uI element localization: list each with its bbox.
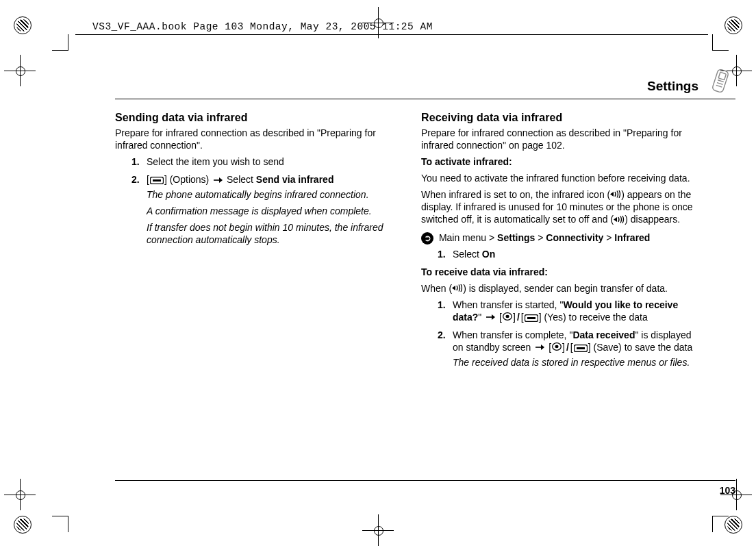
step-text: Select the item you wish to send [147, 156, 284, 167]
registration-cross-icon [4, 479, 36, 510]
softkey-icon [150, 177, 164, 184]
registration-cross-icon [4, 55, 36, 86]
svg-point-15 [505, 315, 509, 318]
svg-marker-9 [610, 192, 614, 197]
section-heading-receiving: Receiving data via infrared [421, 111, 703, 125]
svg-marker-19 [541, 345, 544, 350]
registration-target-icon [14, 16, 32, 34]
step-number: 2. [438, 329, 446, 342]
svg-marker-13 [492, 314, 495, 320]
menu-arrow-icon [421, 232, 433, 245]
svg-line-2 [718, 80, 724, 82]
arrow-right-icon [213, 175, 223, 187]
step-note: The phone automatically begins infrared … [147, 189, 396, 201]
crop-mark-icon [52, 34, 68, 51]
step-number: 1. [438, 299, 446, 312]
infrared-icon [452, 283, 463, 295]
activate-text: When infrared is set to on, the infrared… [421, 189, 703, 226]
svg-line-4 [716, 85, 722, 87]
section-heading-sending: Sending data via infrared [115, 111, 396, 125]
step-text: When transfer is complete, "Data receive… [453, 329, 692, 353]
crop-mark-icon [52, 516, 68, 532]
right-column: Receiving data via infrared Prepare for … [421, 111, 703, 375]
step-item: 2. When transfer is complete, "Data rece… [438, 329, 703, 369]
crop-mark-icon [712, 34, 729, 51]
svg-marker-10 [614, 217, 617, 222]
step-number: 1. [438, 249, 446, 261]
step-item: 1. Select the item you wish to send [131, 156, 396, 168]
softkey-icon [525, 314, 538, 322]
step-note: The received data is stored in respectiv… [453, 357, 703, 369]
step-item: 2. [] (Options) Select Send via infrared… [131, 174, 396, 247]
phone-icon [705, 67, 735, 101]
svg-marker-8 [219, 177, 223, 183]
svg-marker-11 [452, 286, 455, 290]
page-number: 103 [720, 485, 735, 497]
step-note: If transfer does not begin within 10 min… [147, 222, 396, 247]
running-head: Settings [647, 78, 698, 95]
header-rule [115, 99, 735, 99]
menu-path: Main menu > Settings > Connectivity > In… [421, 232, 703, 245]
page-content: Settings Sending data via infrared Prepa… [115, 73, 703, 497]
left-column: Sending data via infrared Prepare for in… [115, 111, 396, 375]
slash-separator: / [565, 342, 570, 354]
svg-rect-23 [577, 347, 585, 349]
subheading-activate: To activate infrared: [421, 156, 703, 168]
svg-rect-1 [718, 72, 726, 79]
slash-separator: / [516, 312, 521, 324]
navkey-icon [552, 342, 562, 354]
svg-rect-6 [153, 179, 161, 182]
slug-line: VS3_VF_AAA.book Page 103 Monday, May 23,… [92, 21, 433, 34]
step-text: When transfer is started, "Would you lik… [453, 299, 678, 323]
step-item: 1. When transfer is started, "Would you … [438, 299, 703, 324]
infrared-icon [610, 189, 621, 201]
navkey-icon [503, 312, 512, 324]
receiving-intro: Prepare for infrared connection as descr… [421, 127, 703, 152]
step-text: Select On [453, 249, 495, 260]
step-item: 1. Select On [438, 249, 703, 261]
step-text: [] (Options) Select Send via infrared [147, 174, 333, 185]
step-number: 2. [131, 174, 140, 186]
registration-cross-icon [362, 514, 394, 546]
manual-page: VS3_VF_AAA.book Page 103 Monday, May 23,… [0, 0, 756, 550]
infrared-icon [614, 214, 625, 227]
svg-rect-17 [527, 317, 536, 319]
receive-text: When () is displayed, sender can begin t… [421, 283, 703, 295]
subheading-receive: To receive data via infrared: [421, 266, 703, 279]
arrow-right-icon [486, 312, 495, 324]
registration-target-icon [14, 516, 32, 534]
step-number: 1. [131, 156, 140, 168]
svg-point-21 [555, 345, 558, 348]
softkey-icon [574, 345, 588, 352]
footer-rule [115, 480, 735, 481]
crop-mark-icon [712, 516, 729, 532]
svg-line-3 [717, 83, 723, 85]
step-note: A confirmation message is displayed when… [147, 205, 396, 218]
activate-text: You need to activate the infrared functi… [421, 173, 703, 185]
arrow-right-icon [535, 342, 544, 354]
sending-intro: Prepare for infrared connection as descr… [115, 127, 396, 152]
registration-target-icon [724, 16, 742, 34]
slug-separator [75, 34, 708, 35]
